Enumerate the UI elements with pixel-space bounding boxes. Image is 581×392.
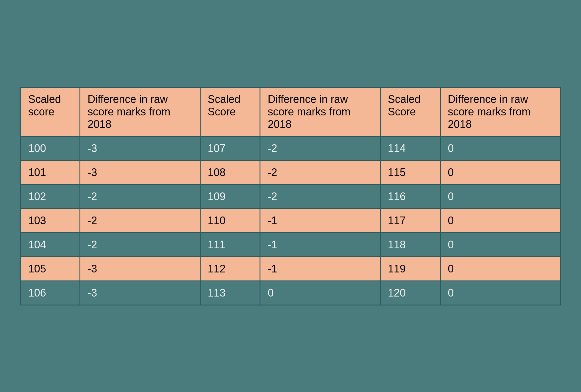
cell-r5-c2: 112: [200, 257, 260, 281]
cell-r4-c4: 118: [380, 233, 440, 257]
cell-r0-c3: -2: [260, 136, 380, 160]
cell-r4-c5: 0: [440, 233, 560, 257]
cell-r2-c3: -2: [260, 184, 380, 208]
cell-r3-c0: 103: [21, 208, 80, 233]
cell-r0-c4: 114: [380, 136, 440, 160]
cell-r2-c0: 102: [21, 184, 80, 208]
cell-r1-c3: -2: [260, 160, 380, 184]
header-row: Scaled score Difference in raw score mar…: [21, 87, 560, 136]
cell-r0-c2: 107: [200, 136, 260, 160]
cell-r6-c0: 106: [21, 281, 80, 305]
cell-r2-c1: -2: [80, 184, 200, 208]
cell-r3-c4: 117: [380, 208, 440, 233]
table-row: 101-3108-21150: [21, 160, 560, 184]
cell-r6-c3: 0: [260, 281, 380, 305]
cell-r0-c1: -3: [80, 136, 200, 160]
cell-r3-c3: -1: [260, 208, 380, 233]
cell-r1-c2: 108: [200, 160, 260, 184]
cell-r4-c2: 111: [200, 233, 260, 257]
cell-r6-c4: 120: [380, 281, 440, 305]
cell-r3-c5: 0: [440, 208, 560, 233]
table-row: 104-2111-11180: [21, 233, 560, 257]
cell-r5-c4: 119: [380, 257, 440, 281]
table-row: 106-311301200: [21, 281, 560, 305]
col-header-3: Scaled Score: [200, 87, 260, 136]
cell-r4-c1: -2: [80, 233, 200, 257]
table-row: 105-3112-11190: [21, 257, 560, 281]
scores-table: Scaled score Difference in raw score mar…: [20, 87, 561, 305]
cell-r2-c4: 116: [380, 184, 440, 208]
cell-r3-c2: 110: [200, 208, 260, 233]
page-container: Scaled score Difference in raw score mar…: [0, 0, 581, 392]
table-row: 103-2110-11170: [21, 208, 560, 233]
col-header-5: Scaled Score: [380, 87, 440, 136]
cell-r5-c5: 0: [440, 257, 560, 281]
table-row: 102-2109-21160: [21, 184, 560, 208]
cell-r4-c3: -1: [260, 233, 380, 257]
cell-r6-c1: -3: [80, 281, 200, 305]
cell-r0-c5: 0: [440, 136, 560, 160]
cell-r2-c5: 0: [440, 184, 560, 208]
cell-r4-c0: 104: [21, 233, 80, 257]
col-header-1: Scaled score: [21, 87, 80, 136]
table-row: 100-3107-21140: [21, 136, 560, 160]
cell-r5-c3: -1: [260, 257, 380, 281]
cell-r3-c1: -2: [80, 208, 200, 233]
cell-r6-c2: 113: [200, 281, 260, 305]
cell-r2-c2: 109: [200, 184, 260, 208]
cell-r5-c0: 105: [21, 257, 80, 281]
cell-r1-c1: -3: [80, 160, 200, 184]
cell-r1-c0: 101: [21, 160, 80, 184]
cell-r0-c0: 100: [21, 136, 80, 160]
col-header-4: Difference in raw score marks from 2018: [260, 87, 380, 136]
col-header-6: Difference in raw score marks from 2018: [440, 87, 560, 136]
col-header-2: Difference in raw score marks from 2018: [80, 87, 200, 136]
cell-r6-c5: 0: [440, 281, 560, 305]
cell-r1-c5: 0: [440, 160, 560, 184]
cell-r5-c1: -3: [80, 257, 200, 281]
cell-r1-c4: 115: [380, 160, 440, 184]
